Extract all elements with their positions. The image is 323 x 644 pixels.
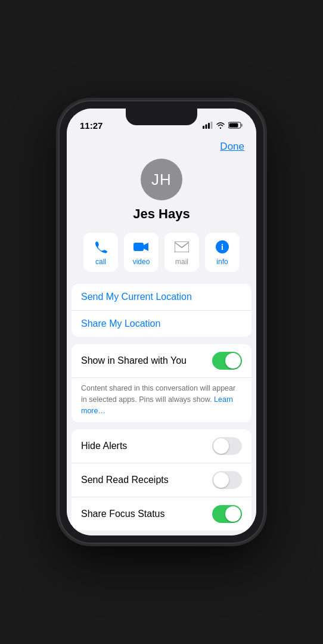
video-button[interactable]: video — [124, 233, 159, 272]
send-read-receipts-label: Send Read Receipts — [81, 475, 169, 485]
video-label: video — [133, 258, 150, 266]
shared-with-you-row: Show in Shared with You — [72, 344, 251, 378]
video-icon — [133, 239, 150, 255]
action-buttons: call video — [79, 233, 244, 272]
shared-toggle[interactable] — [212, 352, 242, 370]
contact-avatar: JH — [141, 159, 182, 200]
send-location-row[interactable]: Send My Current Location — [72, 284, 251, 311]
toggle-knob-focus — [225, 506, 241, 522]
location-section: Send My Current Location Share My Locati… — [72, 284, 251, 337]
svg-rect-2 — [208, 123, 210, 129]
mail-button[interactable]: mail — [164, 233, 199, 272]
share-focus-toggle[interactable] — [212, 505, 242, 523]
svg-rect-0 — [203, 126, 204, 129]
send-read-receipts-toggle[interactable] — [212, 471, 242, 489]
info-button[interactable]: i info — [205, 233, 240, 272]
toggle-knob — [225, 353, 241, 369]
mail-label: mail — [175, 258, 188, 266]
contact-name: Jes Hays — [79, 206, 244, 222]
avatar-initials: JH — [151, 171, 172, 189]
battery-icon — [228, 122, 243, 129]
call-button[interactable]: call — [83, 233, 118, 272]
info-label: info — [216, 258, 228, 266]
share-focus-status-label: Share Focus Status — [81, 509, 165, 519]
phone-frame: 11:27 — [60, 101, 263, 543]
send-location-text: Send My Current Location — [81, 292, 192, 302]
share-location-text: Share My Location — [81, 318, 160, 329]
svg-rect-8 — [175, 242, 189, 252]
hide-alerts-toggle[interactable] — [212, 437, 242, 455]
toggle-knob-read — [213, 472, 229, 488]
info-icon: i — [214, 239, 231, 255]
send-read-receipts-row: Send Read Receipts — [72, 463, 251, 497]
svg-text:i: i — [221, 243, 223, 252]
done-button[interactable]: Done — [220, 141, 244, 153]
screen-content[interactable]: Done JH Jes Hays — [67, 135, 256, 535]
header-section: Done JH Jes Hays — [67, 135, 256, 272]
settings-section: Hide Alerts Send Read Receipts Share Foc… — [72, 429, 251, 531]
share-focus-status-row: Share Focus Status — [72, 497, 251, 531]
hide-alerts-row: Hide Alerts — [72, 429, 251, 463]
svg-rect-3 — [211, 122, 213, 129]
hide-alerts-label: Hide Alerts — [81, 441, 127, 451]
phone-icon — [92, 239, 109, 255]
status-icons — [203, 122, 243, 129]
toggle-knob-alerts — [213, 438, 229, 454]
notch — [126, 109, 197, 125]
phone-screen: 11:27 — [67, 109, 256, 535]
mail-icon — [173, 239, 190, 255]
shared-description: Content shared in this conversation will… — [72, 378, 251, 422]
done-row: Done — [79, 141, 244, 153]
svg-rect-1 — [206, 125, 207, 129]
svg-rect-6 — [229, 123, 238, 128]
svg-rect-5 — [241, 124, 243, 127]
shared-with-you-label: Show in Shared with You — [81, 355, 187, 366]
share-location-row[interactable]: Share My Location — [72, 311, 251, 337]
svg-rect-7 — [133, 243, 144, 251]
call-label: call — [95, 258, 106, 266]
wifi-icon — [216, 122, 225, 129]
signal-icon — [203, 122, 213, 129]
shared-section: Show in Shared with You Content shared i… — [72, 344, 251, 422]
status-time: 11:27 — [80, 120, 103, 131]
